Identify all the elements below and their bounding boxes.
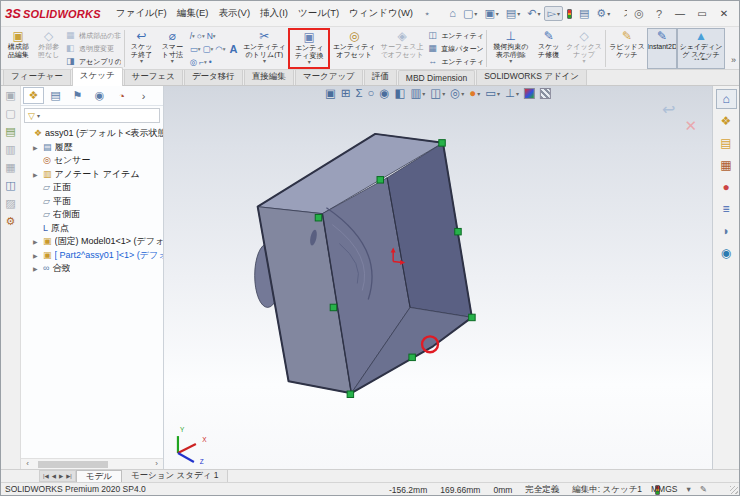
tab-nav-arrow-icon[interactable]: ▶|	[66, 473, 72, 479]
tree-item-assy01[interactable]: ❖assy01 (デフォルト<表示状態-1>)	[21, 127, 163, 141]
fillet-button[interactable]: ⌐▾	[198, 57, 208, 67]
change-transparency-button[interactable]: ◧透明度変更	[66, 44, 121, 54]
display-style-icon[interactable]: ◫▾	[430, 88, 445, 100]
save-button[interactable]: ▣▾	[481, 6, 501, 21]
exit-sketch-corner-icon[interactable]: ↩	[662, 100, 675, 119]
chevron-down-icon[interactable]: ▾	[37, 112, 40, 119]
tab-direct-editing[interactable]: 直接編集	[244, 68, 294, 85]
no-external-references-button[interactable]: ◇外部参照なし	[33, 28, 64, 69]
dropdown-arrow-icon[interactable]: ▾	[537, 10, 540, 17]
expand-arrow-icon[interactable]: ▶	[33, 171, 40, 178]
instant2d-button[interactable]: ✎Instant2D	[647, 28, 677, 69]
solidworks-resources-icon[interactable]: ◉	[716, 243, 737, 263]
previous-view-icon[interactable]: ◉	[379, 88, 389, 100]
cancel-sketch-corner-icon[interactable]: ✕	[684, 117, 697, 135]
zoom-to-area-icon[interactable]: ⊞	[341, 88, 351, 100]
sketch-point-handle[interactable]	[347, 391, 353, 397]
undo-button[interactable]: ↶▾	[524, 6, 543, 21]
dropdown-arrow-icon[interactable]: ▾	[477, 91, 480, 97]
slot-button[interactable]: ▢▾	[201, 44, 214, 54]
panel-horizontal-scrollbar[interactable]: ‹ ›	[21, 458, 163, 469]
tab-mbd-dimension[interactable]: MBD Dimension	[398, 70, 475, 85]
dropdown-arrow-icon[interactable]: ▾	[442, 91, 445, 97]
sketch-point-handle[interactable]	[330, 304, 336, 310]
tab-sketch[interactable]: スケッチ	[72, 67, 123, 86]
mirror-entities-button[interactable]: ◫エンティティのミラー	[428, 31, 483, 41]
help-icon[interactable]: ?	[651, 8, 667, 20]
rebuild-button[interactable]	[564, 7, 575, 21]
circle-button[interactable]: ○▾	[196, 31, 206, 41]
magnifier-icon[interactable]: ○	[368, 88, 375, 100]
tab-features[interactable]: フィーチャー	[3, 68, 71, 85]
rapid-sketch-button[interactable]: ✎ラピッドスケッチ	[607, 28, 647, 69]
revision-symbol-icon[interactable]: ◫	[5, 180, 15, 191]
menu-view[interactable]: 表示(V)	[213, 4, 255, 23]
dropdown-arrow-icon[interactable]: ▾	[496, 10, 499, 17]
propertymanager-tab[interactable]: ▤	[45, 87, 66, 104]
arc-button[interactable]: ◠▾	[214, 44, 226, 54]
sketch-point-handle[interactable]	[469, 314, 475, 320]
tree-item-front-plane[interactable]: ▱正面	[21, 181, 163, 195]
dropdown-arrow-icon[interactable]: ▾	[557, 10, 560, 17]
view-settings-icon[interactable]: ⊥▾	[505, 88, 519, 100]
tab-markup[interactable]: マークアップ	[295, 68, 363, 85]
tree-item-right-plane[interactable]: ▱右側面	[21, 208, 163, 222]
dropdown-arrow-icon[interactable]: ▾	[509, 58, 512, 65]
expand-arrow-icon[interactable]: ▶	[33, 238, 40, 245]
offset-entities-button[interactable]: ◎エンティティオフセット	[330, 28, 378, 69]
expand-arrow-icon[interactable]: ▶	[33, 252, 40, 259]
selection-gears-icon[interactable]: ⚙	[6, 216, 16, 227]
convert-entities-button[interactable]: ▣エンティティ変換▾	[288, 28, 330, 69]
hide-show-items-icon[interactable]: ◎▾	[450, 88, 464, 100]
exit-sketch-button[interactable]: ↩スケッチ終了▾	[126, 28, 157, 69]
restore-button[interactable]: ▭	[691, 6, 713, 21]
featuremanager-tab[interactable]: ❖	[23, 87, 44, 104]
tree-item-top-plane[interactable]: ▱平面	[21, 195, 163, 209]
taskpane-home-icon[interactable]: ⌂	[716, 89, 737, 109]
file-explorer-icon[interactable]: ▤	[716, 133, 737, 153]
dropdown-arrow-icon[interactable]: ▾	[204, 59, 207, 65]
tree-item-annotations[interactable]: ▶▥アノテート アイテム	[21, 168, 163, 182]
forum-icon[interactable]: ◗	[716, 221, 737, 241]
tab-data-migration[interactable]: データ移行	[184, 68, 243, 85]
tree-filter[interactable]: ▽ ▾	[24, 108, 160, 123]
repair-sketch-button[interactable]: ✎スケッチ修復	[533, 28, 564, 69]
unit-system-select[interactable]: MMGS	[651, 484, 677, 494]
configurationmanager-tab[interactable]: ⚑	[67, 87, 88, 104]
graphics-area[interactable]: YXZ ▣⊞Σ○◉◧▥▾◫▾◎▾●▾▭▾⊥▾ ↩ ✕	[164, 86, 712, 469]
design-library-icon[interactable]: ❖	[716, 111, 737, 131]
new-document-button[interactable]: ▢▾	[460, 6, 480, 21]
ellipse-button[interactable]: ◎	[189, 57, 198, 67]
tab-nav-arrow-icon[interactable]: |◀	[43, 473, 49, 479]
offset-on-surface-button[interactable]: ◈サーフェス上でオフセット	[378, 28, 426, 69]
sketch-point-handle[interactable]	[439, 140, 445, 146]
hatch-swatch-icon[interactable]	[540, 88, 551, 99]
tree-item-origin[interactable]: L原点	[21, 222, 163, 236]
tab-evaluate[interactable]: 評価	[364, 68, 397, 85]
dropdown-arrow-icon[interactable]: ▾	[198, 46, 201, 52]
login-icon[interactable]: ◎	[629, 7, 649, 20]
point-button[interactable]: •	[208, 57, 213, 67]
sketch-point-handle[interactable]	[315, 214, 321, 220]
assembly-transparency-button[interactable]: ◨アセンブリの透明度	[66, 57, 121, 67]
appearances-icon[interactable]: ●	[716, 177, 737, 197]
dropdown-arrow-icon[interactable]: ▾	[308, 59, 311, 66]
menu-pin-icon[interactable]: ⋆	[420, 8, 434, 19]
dropdown-arrow-icon[interactable]: ▾	[516, 91, 519, 97]
smart-dimension-button[interactable]: ⌀スマート寸法▾	[157, 28, 188, 69]
select-button[interactable]: ▻▾	[544, 6, 562, 21]
sketch-point-handle[interactable]	[455, 228, 461, 234]
tab-surfaces[interactable]: サーフェス	[124, 68, 183, 85]
dropdown-arrow-icon[interactable]: ▾	[474, 10, 477, 17]
menu-tools[interactable]: ツール(T)	[293, 4, 344, 23]
tab-nav-arrow-icon[interactable]: ▶	[59, 473, 63, 479]
dropdown-arrow-icon[interactable]: ▾	[213, 33, 216, 39]
dropdown-arrow-icon[interactable]: ▾	[192, 33, 195, 39]
options-button[interactable]: ⚙▾	[593, 6, 613, 21]
panel-tabs-chevron[interactable]: ›	[133, 87, 154, 104]
equations-icon[interactable]: Σ	[355, 88, 362, 100]
model-tab[interactable]: モデル	[76, 470, 122, 482]
display-delete-relations-button[interactable]: ⊥幾何拘束の表示/削除▾	[488, 28, 533, 69]
tree-item-mates[interactable]: ▶∞合致	[21, 262, 163, 276]
menu-window[interactable]: ウィンドウ(W)	[344, 4, 418, 23]
